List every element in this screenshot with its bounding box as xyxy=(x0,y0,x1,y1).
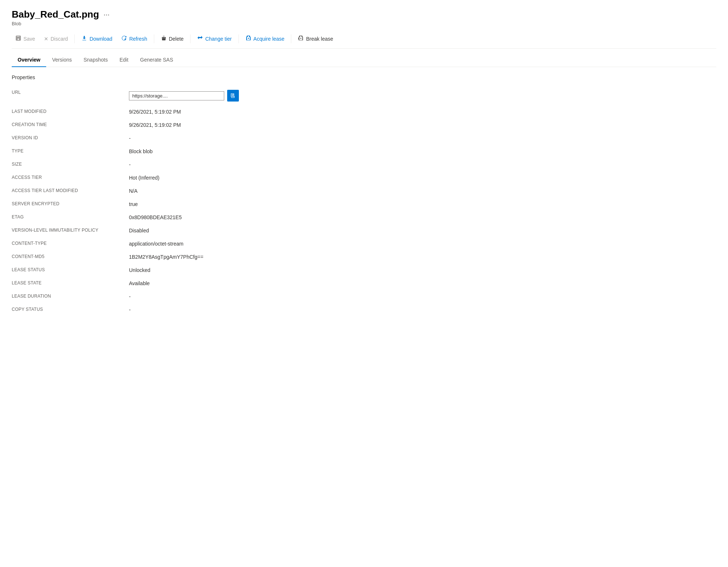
tab-overview[interactable]: Overview xyxy=(12,53,46,67)
prop-value-lease-status: Unlocked xyxy=(129,264,716,277)
prop-value-content-type: application/octet-stream xyxy=(129,237,716,250)
prop-label-etag: ETAG xyxy=(12,211,129,224)
acquire-lease-button[interactable]: Acquire lease xyxy=(242,33,288,45)
discard-label: Discard xyxy=(51,36,68,42)
download-label: Download xyxy=(89,36,112,42)
break-lease-icon xyxy=(298,35,304,43)
save-icon xyxy=(15,35,21,43)
prop-label-lease-status: LEASE STATUS xyxy=(12,264,129,277)
prop-label-creation-time: CREATION TIME xyxy=(12,118,129,132)
break-lease-button[interactable]: Break lease xyxy=(294,33,337,45)
acquire-lease-label: Acquire lease xyxy=(254,36,285,42)
tab-bar: Overview Versions Snapshots Edit Generat… xyxy=(12,53,716,67)
delete-icon xyxy=(161,35,167,43)
prop-label-access-tier-last-modified: ACCESS TIER LAST MODIFIED xyxy=(12,184,129,198)
prop-value-type: Block blob xyxy=(129,145,716,158)
divider-4 xyxy=(239,34,239,43)
save-label: Save xyxy=(23,36,35,42)
prop-label-last-modified: LAST MODIFIED xyxy=(12,105,129,118)
prop-label-access-tier: ACCESS TIER xyxy=(12,171,129,184)
prop-label-content-type: CONTENT-TYPE xyxy=(12,237,129,250)
section-title: Properties xyxy=(12,74,716,80)
prop-value-size: - xyxy=(129,158,716,171)
overview-panel: Properties URL LAST MODIFIED 9/26/2021, … xyxy=(12,74,716,316)
download-button[interactable]: Download xyxy=(78,33,116,45)
toolbar: Save ✕ Discard Download Refresh Delete C… xyxy=(12,29,716,49)
prop-value-lease-state: Available xyxy=(129,277,716,290)
prop-label-version-id: VERSION ID xyxy=(12,132,129,145)
prop-value-version-id: - xyxy=(129,132,716,145)
discard-button[interactable]: ✕ Discard xyxy=(40,34,71,44)
prop-value-lease-duration: - xyxy=(129,290,716,303)
prop-value-copy-status: - xyxy=(129,303,716,316)
divider-3 xyxy=(190,34,191,43)
url-input[interactable] xyxy=(129,91,224,100)
delete-button[interactable]: Delete xyxy=(157,33,187,45)
discard-icon: ✕ xyxy=(44,36,48,42)
refresh-label: Refresh xyxy=(129,36,147,42)
prop-label-immutability-policy: VERSION-LEVEL IMMUTABILITY POLICY xyxy=(12,224,129,237)
copy-url-button[interactable] xyxy=(227,90,239,102)
divider-2 xyxy=(154,34,154,43)
prop-label-server-encrypted: SERVER ENCRYPTED xyxy=(12,198,129,211)
prop-value-access-tier-last-modified: N/A xyxy=(129,184,716,198)
prop-value-url xyxy=(129,86,716,105)
page-title-container: Baby_Red_Cat.png ··· xyxy=(12,9,716,20)
page-subtitle: Blob xyxy=(12,21,716,26)
delete-label: Delete xyxy=(169,36,184,42)
prop-value-access-tier: Hot (Inferred) xyxy=(129,171,716,184)
tab-generate-sas[interactable]: Generate SAS xyxy=(134,53,179,67)
properties-grid: URL LAST MODIFIED 9/26/2021, 5:19:02 PM … xyxy=(12,86,716,316)
tab-edit[interactable]: Edit xyxy=(114,53,134,67)
prop-value-content-md5: 1B2M2Y8AsgTpgAmY7PhCfg== xyxy=(129,250,716,264)
prop-label-lease-duration: LEASE DURATION xyxy=(12,290,129,303)
prop-label-copy-status: COPY STATUS xyxy=(12,303,129,316)
page-title: Baby_Red_Cat.png xyxy=(12,9,99,20)
change-tier-icon xyxy=(197,35,203,43)
refresh-button[interactable]: Refresh xyxy=(118,33,151,45)
prop-label-type: TYPE xyxy=(12,145,129,158)
tab-versions[interactable]: Versions xyxy=(46,53,78,67)
prop-label-url: URL xyxy=(12,86,129,105)
more-options-icon[interactable]: ··· xyxy=(103,10,110,19)
save-button[interactable]: Save xyxy=(12,33,39,45)
download-icon xyxy=(81,35,87,43)
acquire-lease-icon xyxy=(245,35,251,43)
prop-label-lease-state: LEASE STATE xyxy=(12,277,129,290)
tab-snapshots[interactable]: Snapshots xyxy=(78,53,114,67)
divider-1 xyxy=(74,34,75,43)
divider-5 xyxy=(291,34,291,43)
prop-value-immutability-policy: Disabled xyxy=(129,224,716,237)
prop-value-last-modified: 9/26/2021, 5:19:02 PM xyxy=(129,105,716,118)
change-tier-label: Change tier xyxy=(205,36,232,42)
prop-value-server-encrypted: true xyxy=(129,198,716,211)
prop-value-etag: 0x8D980BDEAE321E5 xyxy=(129,211,716,224)
prop-label-content-md5: CONTENT-MD5 xyxy=(12,250,129,264)
break-lease-label: Break lease xyxy=(306,36,333,42)
prop-value-creation-time: 9/26/2021, 5:19:02 PM xyxy=(129,118,716,132)
page-header: Baby_Red_Cat.png ··· Blob xyxy=(12,9,716,26)
refresh-icon xyxy=(121,35,127,43)
prop-label-size: SIZE xyxy=(12,158,129,171)
change-tier-button[interactable]: Change tier xyxy=(193,33,235,45)
